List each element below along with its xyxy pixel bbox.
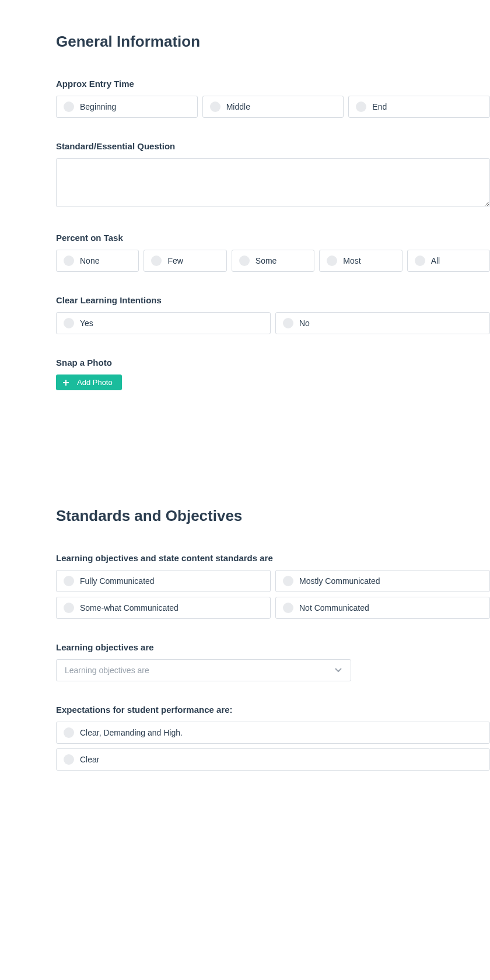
percent-option-most[interactable]: Most: [319, 250, 402, 272]
clear-intentions-label: Clear Learning Intentions: [56, 295, 490, 305]
radio-icon: [283, 576, 293, 586]
radio-label: Middle: [226, 102, 250, 111]
radio-label: Some: [256, 256, 277, 265]
radio-icon: [64, 754, 74, 765]
objectives-communicated-label: Learning objectives and state content st…: [56, 553, 490, 563]
standard-question-input[interactable]: [56, 158, 490, 207]
objectives-option-not[interactable]: Not Communicated: [275, 597, 490, 619]
expectations-label: Expectations for student performance are…: [56, 705, 490, 715]
radio-label: Clear: [80, 755, 99, 764]
objectives-option-mostly[interactable]: Mostly Communicated: [275, 570, 490, 592]
radio-icon: [239, 256, 250, 266]
radio-icon: [283, 318, 293, 328]
clear-intentions-group: Yes No: [56, 312, 490, 334]
entry-time-group: Beginning Middle End: [56, 96, 490, 118]
entry-time-option-end[interactable]: End: [348, 96, 490, 118]
radio-label: No: [299, 318, 310, 328]
radio-label: Some-what Communicated: [80, 603, 178, 612]
radio-icon: [327, 256, 337, 266]
radio-label: Clear, Demanding and High.: [80, 728, 183, 737]
radio-label: None: [80, 256, 99, 265]
percent-option-none[interactable]: None: [56, 250, 139, 272]
snap-photo-label: Snap a Photo: [56, 358, 490, 368]
radio-label: Fully Communicated: [80, 576, 155, 586]
objectives-option-fully[interactable]: Fully Communicated: [56, 570, 271, 592]
radio-icon: [64, 318, 74, 328]
percent-option-some[interactable]: Some: [232, 250, 314, 272]
add-photo-label: Add Photo: [77, 378, 113, 387]
radio-label: Mostly Communicated: [299, 576, 380, 586]
select-placeholder: Learning objectives are: [65, 666, 149, 675]
radio-label: All: [431, 256, 440, 265]
learning-objectives-label: Learning objectives are: [56, 642, 490, 652]
radio-icon: [64, 727, 74, 738]
radio-label: Most: [343, 256, 360, 265]
objectives-option-somewhat[interactable]: Some-what Communicated: [56, 597, 271, 619]
radio-icon: [151, 256, 162, 266]
entry-time-option-middle[interactable]: Middle: [202, 96, 344, 118]
plus-icon: [62, 379, 70, 387]
percent-on-task-group: None Few Some Most All: [56, 250, 490, 272]
expectations-option-clear[interactable]: Clear: [56, 748, 490, 771]
radio-icon: [64, 256, 74, 266]
radio-label: Few: [167, 256, 183, 265]
learning-objectives-select[interactable]: Learning objectives are: [56, 659, 351, 681]
entry-time-option-beginning[interactable]: Beginning: [56, 96, 198, 118]
expectations-option-clear-demanding-high[interactable]: Clear, Demanding and High.: [56, 722, 490, 744]
entry-time-label: Approx Entry Time: [56, 79, 490, 89]
clear-intentions-yes[interactable]: Yes: [56, 312, 271, 334]
radio-icon: [415, 256, 425, 266]
radio-icon: [64, 102, 74, 112]
radio-icon: [64, 603, 74, 613]
section-title-general: General Information: [56, 33, 490, 51]
expectations-group: Clear, Demanding and High. Clear: [56, 722, 490, 771]
clear-intentions-no[interactable]: No: [275, 312, 490, 334]
radio-icon: [283, 603, 293, 613]
section-title-standards: Standards and Objectives: [56, 507, 490, 525]
radio-label: Beginning: [80, 102, 116, 111]
radio-icon: [356, 102, 366, 112]
percent-on-task-label: Percent on Task: [56, 233, 490, 243]
radio-icon: [64, 576, 74, 586]
radio-icon: [210, 102, 220, 112]
add-photo-button[interactable]: Add Photo: [56, 374, 122, 390]
percent-option-all[interactable]: All: [407, 250, 490, 272]
chevron-down-icon: [334, 666, 342, 674]
radio-label: Not Communicated: [299, 603, 369, 612]
percent-option-few[interactable]: Few: [144, 250, 226, 272]
radio-label: End: [372, 102, 387, 111]
standard-question-label: Standard/Essential Question: [56, 141, 490, 151]
objectives-communicated-group: Fully Communicated Mostly Communicated S…: [56, 570, 490, 619]
radio-label: Yes: [80, 318, 93, 328]
